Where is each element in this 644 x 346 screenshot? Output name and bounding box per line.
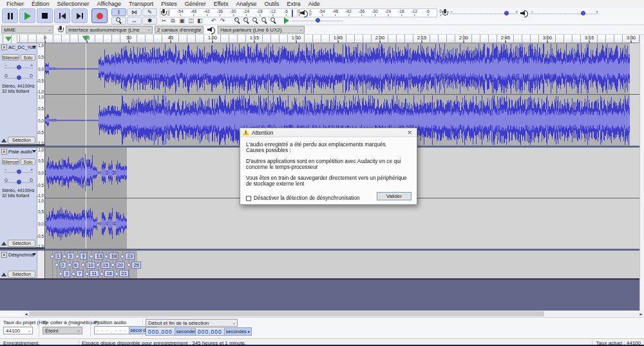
label-23[interactable]: 23 — [120, 253, 135, 260]
track2-menu-icon[interactable] — [32, 150, 36, 153]
track1-mute-button[interactable]: Silencer — [2, 54, 19, 61]
multi-tool-button[interactable]: ✱ — [142, 17, 157, 24]
playback-meter[interactable]: GD -54-48-42-36-30-24-18-12-60 — [299, 8, 437, 17]
record-button[interactable] — [91, 8, 108, 23]
checkbox-icon[interactable] — [246, 196, 251, 201]
track1-gain-knob[interactable] — [17, 65, 21, 70]
label-handle-icon[interactable] — [120, 255, 124, 258]
label-handle-icon[interactable] — [115, 272, 118, 276]
skip-to-start-button[interactable] — [54, 8, 70, 23]
label-21[interactable]: 21 — [115, 270, 129, 277]
label-handle-icon[interactable] — [104, 255, 108, 258]
horizontal-scrollbar[interactable]: ◄ ► — [0, 311, 644, 317]
track1-pan-slider[interactable]: GD — [3, 73, 34, 81]
label-10[interactable]: 10 — [81, 262, 95, 269]
track2-waveform-ch2[interactable] — [45, 198, 639, 249]
menu-item-extra[interactable]: Extra — [283, 0, 305, 8]
snap-to-select[interactable]: Éteint⌄ — [43, 327, 82, 334]
track1-gain-slider[interactable]: −+ — [3, 63, 34, 71]
draw-tool-button[interactable]: ✎ — [142, 8, 157, 16]
label-handle-icon[interactable] — [55, 263, 59, 267]
label-7[interactable]: 7 — [71, 270, 83, 277]
audio-host-select[interactable]: MME⌄ — [1, 26, 53, 34]
menu-item-outils[interactable]: Outils — [261, 0, 283, 8]
track1-pan-knob[interactable] — [17, 75, 21, 80]
valider-button[interactable]: Valider — [377, 192, 412, 200]
label-25[interactable]: 25 — [127, 262, 141, 269]
track3-collapse[interactable]: Sélection — [1, 271, 35, 278]
track1-close-button[interactable]: ✕ — [1, 44, 7, 50]
recording-volume-slider[interactable]: −+ — [450, 10, 518, 17]
pause-button[interactable] — [2, 8, 18, 23]
skip-to-end-button[interactable] — [71, 8, 88, 23]
track2-pan-slider[interactable]: GD — [3, 178, 34, 186]
menu-item-pistes[interactable]: Pistes — [157, 0, 181, 8]
label-handle-icon[interactable] — [68, 263, 71, 267]
timeshift-tool-button[interactable]: ↔ — [127, 17, 142, 24]
selection-tool-button[interactable]: I — [111, 8, 126, 16]
zoom-selection-button[interactable] — [251, 17, 260, 24]
label-handle-icon[interactable] — [81, 263, 85, 267]
track3-menu-icon[interactable] — [32, 253, 36, 256]
menu-item-sélectionner[interactable]: Sélectionner — [53, 0, 93, 8]
project-rate-select[interactable]: 44100⌄ — [3, 327, 33, 334]
recording-volume-knob[interactable] — [504, 11, 509, 15]
label-handle-icon[interactable] — [85, 272, 89, 276]
timeline-ruler[interactable]: 01530451:001:151:301:452:002:152:302:453… — [0, 35, 639, 43]
zoom-tool-button[interactable] — [111, 17, 126, 24]
menu-item-affichage[interactable]: Affichage — [93, 0, 125, 8]
label-handle-icon[interactable] — [50, 255, 54, 258]
label-11[interactable]: 11 — [85, 270, 99, 277]
track3-close-button[interactable]: ✕ — [1, 252, 7, 258]
menu-item-analyse[interactable]: Analyse — [232, 0, 261, 8]
zoom-toggle-button[interactable] — [269, 17, 278, 24]
track1-collapse[interactable]: Sélection — [1, 137, 35, 144]
label-handle-icon[interactable] — [96, 263, 100, 267]
selection-start-readout[interactable]: 000,000secondes — [146, 327, 202, 336]
playback-volume-slider[interactable]: −+ — [531, 10, 598, 17]
close-icon[interactable]: ✕ — [405, 130, 414, 136]
label-handle-icon[interactable] — [71, 272, 75, 276]
selection-end-readout[interactable]: 000,000secondes — [195, 327, 252, 336]
zoom-fit-button[interactable] — [260, 17, 269, 24]
label-handle-icon[interactable] — [75, 255, 79, 258]
playback-volume-knob[interactable] — [581, 11, 585, 15]
menu-item-édition[interactable]: Édition — [28, 0, 53, 8]
label-handle-icon[interactable] — [127, 263, 131, 267]
play-speed-knob[interactable] — [316, 18, 320, 23]
label-handle-icon[interactable] — [100, 272, 104, 276]
label-handle-icon[interactable] — [111, 263, 115, 267]
label-20[interactable]: 20 — [111, 262, 125, 269]
label-handle-icon[interactable] — [62, 255, 66, 258]
redo-button[interactable]: ↷ — [218, 17, 227, 24]
track2-solo-button[interactable]: Solo — [21, 159, 35, 165]
label-track-area[interactable]: 159131823261015202537111621 — [45, 251, 639, 278]
stop-button[interactable] — [37, 8, 53, 23]
label-handle-icon[interactable] — [90, 255, 93, 258]
track2-gain-knob[interactable] — [17, 169, 21, 174]
track2-gain-slider[interactable]: −+ — [3, 168, 34, 175]
playback-device-select[interactable]: Haut-parleurs (Line 6 UX2)⌄ — [218, 26, 305, 34]
track2-mute-button[interactable]: Silencer — [2, 159, 19, 165]
menu-item-aide[interactable]: Aide — [305, 0, 324, 8]
track2-pan-knob[interactable] — [17, 180, 21, 184]
zoom-out-button[interactable]: − — [242, 17, 251, 24]
label-5[interactable]: 5 — [62, 253, 74, 260]
silence-audio-button[interactable]: ◧ — [196, 17, 204, 24]
menu-item-fichier[interactable]: Fichier — [3, 0, 28, 8]
track1-waveform-ch1[interactable] — [45, 43, 639, 94]
cut-button[interactable]: ✂ — [160, 17, 168, 24]
play-at-speed-button[interactable] — [284, 17, 289, 24]
play-speed-slider[interactable] — [292, 17, 343, 24]
label-15[interactable]: 15 — [96, 262, 110, 269]
trim-audio-button[interactable]: ◫ — [187, 17, 195, 24]
vertical-scrollbar[interactable] — [639, 35, 644, 311]
paste-button[interactable]: ▣ — [178, 17, 186, 24]
dialog-titlebar[interactable]: Attention ✕ — [240, 128, 417, 137]
scrollbar-thumb[interactable] — [29, 311, 544, 316]
label-16[interactable]: 16 — [100, 270, 114, 277]
selection-mode-select[interactable]: Début et fin de la sélection⌄ — [146, 319, 238, 327]
label-9[interactable]: 9 — [75, 253, 87, 260]
track1-vertical-ruler[interactable]: 1,00,50,0-0,5-1,01,00,50,0-0,5-1,0 — [37, 43, 45, 144]
copy-button[interactable]: ⧉ — [169, 17, 177, 24]
